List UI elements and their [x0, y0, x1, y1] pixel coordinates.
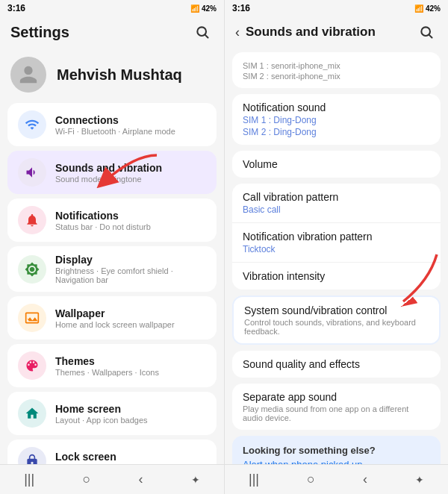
nav-home-button[interactable]: ○: [72, 467, 101, 492]
homescreen-icon: [18, 399, 46, 428]
volume-label: Volume: [243, 158, 430, 170]
right-status-bar: 3:16 📶 42%: [225, 0, 448, 16]
user-name: Mehvish Mushtaq: [57, 66, 182, 84]
notification-sim2: SIM 2 : Ding-Dong: [243, 127, 430, 137]
connections-icon: [18, 110, 46, 139]
right-panel: 3:16 📶 42% ‹ Sounds and vibration SIM 1 …: [224, 0, 448, 494]
search-icon: [195, 25, 210, 40]
left-status-icons: 📶 42%: [190, 4, 217, 13]
homescreen-subtitle: Layout · App icon badges: [55, 416, 148, 425]
back-button[interactable]: ‹: [235, 25, 240, 40]
system-sound-desc: Control touch sounds, vibrations, and ke…: [244, 318, 429, 336]
system-sound-section[interactable]: System sound/vibration control Control t…: [232, 296, 441, 345]
nav-bixby-button[interactable]: ✦: [181, 469, 211, 490]
settings-item-display[interactable]: Display Brightness · Eye comfort shield …: [7, 246, 217, 292]
notifications-subtitle: Status bar · Do not disturb: [55, 222, 151, 231]
wallpaper-title: Wallpaper: [55, 307, 175, 319]
right-nav-home-button[interactable]: ○: [296, 467, 326, 492]
settings-list: Connections Wi-Fi · Bluetooth · Airplane…: [0, 103, 224, 464]
display-title: Display: [55, 254, 206, 266]
connections-subtitle: Wi-Fi · Bluetooth · Airplane mode: [55, 127, 175, 136]
left-time: 3:16: [7, 3, 25, 13]
nav-back-button[interactable]: ‹: [128, 467, 154, 492]
right-time: 3:16: [232, 3, 250, 13]
wallpaper-subtitle: Home and lock screen wallpaper: [55, 320, 175, 329]
notifications-title: Notifications: [55, 210, 151, 222]
right-header: ‹ Sounds and vibration: [225, 16, 448, 49]
separate-app-item[interactable]: Separate app sound Play media sound from…: [232, 384, 441, 430]
vibration-section: Call vibration pattern Basic call Notifi…: [232, 184, 441, 290]
cta-alert-link[interactable]: Alert when phone picked up: [243, 459, 430, 464]
right-nav-back-button[interactable]: ‹: [352, 467, 378, 492]
vibration-intensity-item[interactable]: Vibration intensity: [232, 262, 441, 290]
notification-vibration-subtitle: Ticktock: [243, 244, 430, 254]
sim2-ringtone: SIM 2 : senorit-iphone_mix: [243, 72, 430, 81]
left-status-bar: 3:16 📶 42%: [0, 0, 224, 16]
right-nav-bixby-button[interactable]: ✦: [405, 469, 435, 490]
settings-item-lockscreen[interactable]: Lock screen Screen lock type: [7, 440, 217, 464]
right-status-icons: 📶 42%: [414, 4, 441, 13]
system-sound-title: System sound/vibration control: [244, 304, 429, 316]
left-nav-bar: ||| ○ ‹ ✦: [0, 464, 224, 494]
call-vibration-subtitle: Basic call: [243, 204, 430, 215]
sim-ringtone-section: SIM 1 : senorit-iphone_mix SIM 2 : senor…: [232, 52, 441, 88]
sounds-title: Sounds and vibration: [55, 162, 162, 174]
svg-line-1: [205, 35, 208, 38]
left-search-button[interactable]: [191, 21, 214, 43]
settings-item-homescreen[interactable]: Home screen Layout · App icon badges: [7, 392, 217, 435]
avatar-icon: [18, 64, 39, 85]
display-icon: [18, 255, 46, 284]
system-sound-item[interactable]: System sound/vibration control Control t…: [234, 297, 439, 343]
settings-item-themes[interactable]: Themes Themes · Wallpapers · Icons: [7, 344, 217, 387]
settings-item-connections[interactable]: Connections Wi-Fi · Bluetooth · Airplane…: [7, 103, 217, 146]
sound-quality-section: Sound quality and effects: [232, 351, 441, 378]
volume-section: Volume: [232, 151, 441, 178]
connections-title: Connections: [55, 114, 175, 126]
sim-ringtone-item[interactable]: SIM 1 : senorit-iphone_mix SIM 2 : senor…: [232, 52, 441, 88]
right-nav-recent-button[interactable]: |||: [238, 467, 270, 492]
cta-box: Looking for something else? Alert when p…: [232, 436, 441, 464]
left-page-title: Settings: [10, 24, 69, 41]
call-vibration-title: Call vibration pattern: [243, 191, 430, 203]
call-vibration-item[interactable]: Call vibration pattern Basic call: [232, 184, 441, 222]
sound-quality-item[interactable]: Sound quality and effects: [232, 351, 441, 378]
sounds-icon: [18, 158, 46, 187]
separate-app-desc: Play media sound from one app on a diffe…: [243, 404, 430, 422]
sim1-ringtone: SIM 1 : senorit-iphone_mix: [243, 61, 430, 70]
search-icon: [419, 25, 434, 40]
right-battery-icon: 42%: [426, 4, 441, 13]
lockscreen-icon: [18, 447, 46, 464]
right-signal-icon: 📶: [414, 4, 423, 13]
right-settings-list: SIM 1 : senorit-iphone_mix SIM 2 : senor…: [225, 49, 448, 464]
themes-title: Themes: [55, 355, 159, 367]
cta-title: Looking for something else?: [243, 445, 430, 456]
volume-item[interactable]: Volume: [232, 151, 441, 178]
separate-app-title: Separate app sound: [243, 391, 430, 403]
display-subtitle: Brightness · Eye comfort shield · Naviga…: [55, 266, 206, 284]
lockscreen-title: Lock screen: [55, 451, 116, 463]
separate-app-section: Separate app sound Play media sound from…: [232, 384, 441, 430]
notification-sound-section: Notification sound SIM 1 : Ding-Dong SIM…: [232, 94, 441, 145]
signal-icon: 📶: [190, 4, 199, 13]
right-page-title: Sounds and vibration: [246, 25, 376, 40]
homescreen-title: Home screen: [55, 403, 148, 415]
avatar: [10, 57, 46, 93]
settings-item-wallpaper[interactable]: Wallpaper Home and lock screen wallpaper: [7, 296, 217, 340]
notification-vibration-item[interactable]: Notification vibration pattern Ticktock: [232, 222, 441, 262]
wallpaper-icon: [18, 304, 46, 332]
vibration-intensity-title: Vibration intensity: [243, 270, 430, 282]
notifications-icon: [18, 206, 46, 234]
sounds-subtitle: Sound mode · Ringtone: [55, 175, 162, 184]
settings-item-notifications[interactable]: Notifications Status bar · Do not distur…: [7, 198, 217, 242]
notification-vibration-title: Notification vibration pattern: [243, 231, 430, 243]
settings-item-sounds[interactable]: Sounds and vibration Sound mode · Ringto…: [7, 151, 217, 194]
right-search-button[interactable]: [415, 21, 438, 43]
user-profile[interactable]: Mehvish Mushtaq: [0, 49, 224, 103]
nav-recent-button[interactable]: |||: [13, 467, 45, 492]
notification-sound-title: Notification sound: [243, 101, 430, 113]
themes-icon: [18, 351, 46, 380]
themes-subtitle: Themes · Wallpapers · Icons: [55, 368, 159, 377]
svg-line-4: [429, 35, 432, 38]
notification-sound-item[interactable]: Notification sound SIM 1 : Ding-Dong SIM…: [232, 94, 441, 145]
left-panel: 3:16 📶 42% Settings Mehvish Mushtaq: [0, 0, 224, 494]
